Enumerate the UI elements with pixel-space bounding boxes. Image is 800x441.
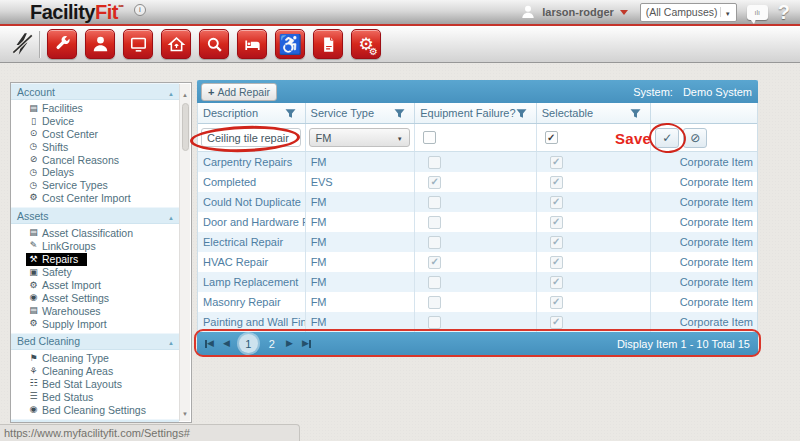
section-label: Bed Cleaning	[17, 335, 80, 347]
toolbar-divider	[39, 31, 40, 58]
save-row-button[interactable]: ✓	[655, 128, 679, 148]
column-header-equipment-failure[interactable]: Equipment Failure?	[415, 103, 537, 123]
column-header-actions	[651, 103, 757, 123]
cleaning-areas-icon: ⚘	[28, 367, 39, 376]
table-row[interactable]: Completed EVS Corporate Item	[198, 172, 757, 192]
pager-last-button[interactable]	[302, 339, 311, 348]
sidebar-item-asset-settings[interactable]: ◉Asset Settings	[11, 292, 179, 305]
sidebar-item-device[interactable]: ▯Device	[11, 115, 179, 128]
pager-prev-button[interactable]	[223, 339, 230, 348]
sidebar-item-cost-center[interactable]: ⊙Cost Center	[11, 128, 179, 141]
table-row[interactable]: Lamp Replacement FM Corporate Item	[198, 272, 757, 292]
feedback-chat-icon[interactable]	[747, 5, 768, 20]
sidebar-item-cleaning-type[interactable]: ⚑Cleaning Type	[11, 352, 179, 365]
toolbar-user-button[interactable]	[85, 29, 115, 59]
table-row[interactable]: Carpentry Repairs FM Corporate Item	[198, 152, 757, 172]
campus-select[interactable]: (All Campuses)	[640, 3, 737, 22]
pager-page-2[interactable]: 2	[267, 338, 277, 350]
gear-icon: ⚙	[28, 319, 39, 328]
sidebar-item-cleaning-areas[interactable]: ⚘Cleaning Areas	[11, 365, 179, 378]
scrollbar-thumb[interactable]	[182, 103, 189, 151]
selectable-checkbox[interactable]	[545, 131, 558, 144]
sidebar-item-repairs-selected[interactable]: ⚒Repairs	[26, 253, 87, 266]
toolbar-monitor-button[interactable]	[123, 29, 153, 59]
toolbar-wrench-button[interactable]	[47, 29, 77, 59]
sidebar-item-bed-cleaning-settings[interactable]: ◉Bed Cleaning Settings	[11, 403, 179, 416]
sidebar-item-cost-center-import[interactable]: ⚙Cost Center Import	[11, 192, 179, 205]
toolbar-wheelchair-button[interactable]: ♿	[275, 29, 305, 59]
equipment-failure-checkbox[interactable]	[423, 131, 436, 144]
sidebar-item-delays[interactable]: ◷Delays	[11, 166, 179, 179]
table-row[interactable]: Painting and Wall Finish repairs FM Corp…	[198, 312, 757, 332]
warehouse-icon: ▤	[28, 306, 39, 315]
sidebar-section-account[interactable]: Account	[11, 83, 179, 100]
sidebar-item-linkgroups[interactable]: ✎LinkGroups	[11, 239, 179, 252]
pager-next-button[interactable]	[286, 339, 293, 348]
question-circle-icon: ◉	[28, 405, 39, 414]
toolbar-home-button[interactable]	[161, 29, 191, 59]
toolbar-document-button[interactable]	[313, 29, 343, 59]
column-header-service-type[interactable]: Service Type	[306, 103, 416, 123]
equipment-failure-checkbox	[428, 176, 441, 189]
toolbar-search-button[interactable]	[199, 29, 229, 59]
chevron-down-icon	[397, 132, 403, 143]
equipment-failure-checkbox	[428, 296, 441, 309]
username[interactable]: larson-rodger	[542, 6, 614, 18]
sidebar-item-facilities[interactable]: ▤Facilities	[11, 102, 179, 115]
add-repair-button[interactable]: + Add Repair	[201, 83, 277, 101]
cancel-row-button[interactable]: ⊘	[683, 128, 707, 148]
chevron-down-icon	[720, 7, 731, 18]
sidebar-section-assets[interactable]: Assets	[11, 207, 179, 224]
header-right-cluster: larson-rodger (All Campuses) ?	[520, 1, 790, 24]
section-label: Assets	[17, 210, 49, 222]
filter-icon[interactable]	[285, 108, 296, 119]
service-type-select[interactable]: FM	[309, 128, 410, 147]
sidebar-item-safety[interactable]: ▣Safety	[11, 266, 179, 279]
selectable-checkbox	[550, 216, 563, 229]
info-icon[interactable]: i	[134, 4, 146, 16]
sidebar-item-bed-status[interactable]: ☰Bed Status	[11, 390, 179, 403]
column-header-selectable[interactable]: Selectable	[537, 103, 652, 123]
sidebar-item-warehouses[interactable]: ▤Warehouses	[11, 304, 179, 317]
sidebar-item-supply-import[interactable]: ⚙Supply Import	[11, 317, 179, 330]
repairs-grid: + Add Repair System: Demo System Descrip…	[197, 80, 758, 355]
description-input[interactable]	[201, 128, 301, 147]
table-row[interactable]: Door and Hardware Repairs FM Corporate I…	[198, 212, 757, 232]
grid-toolbar: + Add Repair System: Demo System	[197, 80, 758, 103]
grid-header-row: Description Service Type Equipment Failu…	[198, 103, 757, 124]
logo-text-facility: Facility	[30, 1, 95, 23]
flash-off-icon[interactable]	[8, 31, 36, 57]
toolbar-settings-button[interactable]: ⚙⚙	[351, 29, 381, 59]
filter-icon[interactable]	[394, 108, 405, 119]
sidebar-item-asset-classification[interactable]: ▤Asset Classification	[11, 226, 179, 239]
sidebar-section-inspection[interactable]: Inspection	[11, 419, 179, 423]
scroll-up-icon[interactable]	[182, 87, 188, 99]
help-icon[interactable]: ?	[778, 1, 790, 24]
sidebar-scrollbar[interactable]	[179, 84, 190, 421]
sidebar-section-bed-cleaning[interactable]: Bed Cleaning	[11, 333, 179, 350]
sidebar-item-shifts[interactable]: ◷Shifts	[11, 140, 179, 153]
table-row[interactable]: Electrical Repair FM Corporate Item	[198, 232, 757, 252]
campus-select-value: (All Campuses)	[646, 6, 718, 18]
logo-text-fit: Fit	[95, 1, 118, 23]
sidebar-item-cancel-reasons[interactable]: ⊘Cancel Reasons	[11, 153, 179, 166]
table-row[interactable]: Could Not Duplicate FM Corporate Item	[198, 192, 757, 212]
sidebar-item-service-types[interactable]: ◷Service Types	[11, 179, 179, 192]
filter-icon[interactable]	[630, 108, 641, 119]
table-row[interactable]: HVAC Repair FM Corporate Item	[198, 252, 757, 272]
filter-icon[interactable]	[516, 108, 527, 119]
column-header-description[interactable]: Description	[198, 103, 306, 123]
corporate-item-tag: Corporate Item	[651, 252, 757, 272]
pager-first-button[interactable]	[205, 339, 214, 348]
table-row[interactable]: Masonry Repair FM Corporate Item	[198, 292, 757, 312]
device-icon: ▯	[28, 117, 39, 126]
selectable-checkbox	[550, 296, 563, 309]
pager-page-1[interactable]: 1	[239, 334, 258, 353]
user-menu-caret-icon[interactable]	[620, 10, 628, 15]
equipment-failure-checkbox	[428, 276, 441, 289]
toolbar-bed-button[interactable]	[237, 29, 267, 59]
sidebar-item-bed-stat-layouts[interactable]: ☷Bed Stat Layouts	[11, 378, 179, 391]
sidebar-item-asset-import[interactable]: ⚙Asset Import	[11, 279, 179, 292]
scroll-down-icon[interactable]	[182, 406, 188, 418]
browser-status-bar: https://www.myfacilityfit.com/Settings#	[0, 424, 300, 441]
